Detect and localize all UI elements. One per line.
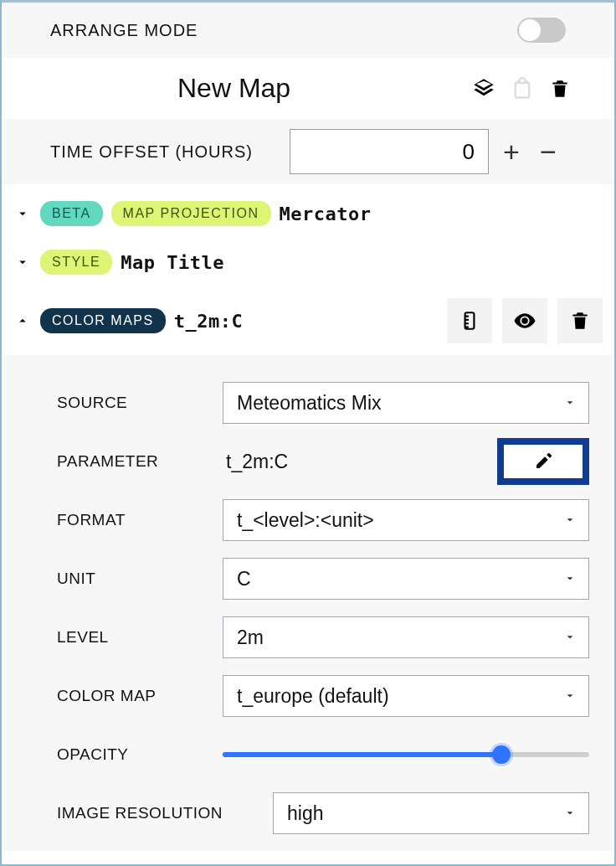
delete-layer-button[interactable] <box>557 298 603 343</box>
image-resolution-select[interactable]: high <box>273 792 589 834</box>
arrange-mode-row: ARRANGE MODE <box>2 3 614 58</box>
time-offset-row: TIME OFFSET (HOURS) + − <box>2 119 614 184</box>
format-label: FORMAT <box>57 511 216 529</box>
arrange-mode-label: ARRANGE MODE <box>50 21 198 40</box>
unit-value: C <box>237 568 251 590</box>
row-opacity: OPACITY <box>57 725 589 784</box>
unit-select[interactable]: C <box>223 558 589 600</box>
page-title: New Map <box>177 73 290 104</box>
source-select[interactable]: Meteomatics Mix <box>223 382 589 424</box>
map-projection-value: Mercator <box>280 204 372 224</box>
unit-label: UNIT <box>57 570 216 588</box>
row-parameter: PARAMETER t_2m:C <box>57 432 589 491</box>
color-maps-badge: COLOR MAPS <box>40 308 166 333</box>
source-value: Meteomatics Mix <box>237 392 382 415</box>
chevron-down-icon <box>563 626 577 649</box>
clipboard-icon[interactable] <box>511 77 534 101</box>
slider-fill <box>223 752 501 757</box>
chevron-down-icon <box>563 509 577 532</box>
row-image-resolution: IMAGE RESOLUTION high <box>57 784 589 843</box>
parameter-value: t_2m:C <box>223 451 490 473</box>
image-resolution-value: high <box>287 802 323 825</box>
level-select[interactable]: 2m <box>223 616 589 658</box>
color-map-label: COLOR MAP <box>57 687 216 705</box>
time-offset-label: TIME OFFSET (HOURS) <box>50 142 253 162</box>
time-offset-input[interactable] <box>290 129 489 174</box>
beta-badge: BETA <box>40 201 103 226</box>
map-title-row: New Map <box>2 58 614 119</box>
row-unit: UNIT C <box>57 549 589 608</box>
style-value: Map Title <box>121 252 224 273</box>
parameter-label: PARAMETER <box>57 452 216 471</box>
chevron-down-icon <box>563 392 577 415</box>
chevron-down-icon <box>13 204 32 223</box>
chevron-down-icon <box>563 568 577 590</box>
section-color-maps[interactable]: COLOR MAPS t_2m:C <box>2 286 614 355</box>
decrement-button[interactable]: − <box>534 137 562 166</box>
ruler-button[interactable] <box>447 298 492 343</box>
color-map-select[interactable]: t_europe (default) <box>223 675 589 717</box>
increment-button[interactable]: + <box>497 137 526 166</box>
source-label: SOURCE <box>57 394 216 412</box>
format-select[interactable]: t_<level>:<unit> <box>223 499 589 541</box>
section-style[interactable]: STYLE Map Title <box>2 238 614 286</box>
row-format: FORMAT t_<level>:<unit> <box>57 491 589 549</box>
row-color-map: COLOR MAP t_europe (default) <box>57 667 589 725</box>
chevron-up-icon <box>13 312 32 330</box>
color-maps-value: t_2m:C <box>174 311 243 332</box>
layers-icon[interactable] <box>472 77 495 101</box>
color-map-form: SOURCE Meteomatics Mix PARAMETER t_2m:C … <box>2 355 614 851</box>
style-badge: STYLE <box>40 250 112 275</box>
level-value: 2m <box>237 626 264 649</box>
visibility-button[interactable] <box>502 298 547 343</box>
chevron-down-icon <box>563 802 577 825</box>
arrange-mode-toggle[interactable] <box>517 18 566 43</box>
map-projection-badge: MAP PROJECTION <box>111 201 271 226</box>
opacity-label: OPACITY <box>57 745 216 764</box>
section-map-projection[interactable]: BETA MAP PROJECTION Mercator <box>2 184 614 238</box>
format-value: t_<level>:<unit> <box>237 509 374 532</box>
image-resolution-label: IMAGE RESOLUTION <box>57 804 266 822</box>
chevron-down-icon <box>563 685 577 708</box>
chevron-down-icon <box>13 253 32 271</box>
edit-parameter-button[interactable] <box>497 438 589 485</box>
trash-icon[interactable] <box>549 78 571 100</box>
row-level: LEVEL 2m <box>57 608 589 667</box>
opacity-slider[interactable] <box>223 745 589 765</box>
level-label: LEVEL <box>57 628 216 647</box>
color-map-value: t_europe (default) <box>237 685 389 708</box>
slider-thumb[interactable] <box>492 745 511 764</box>
row-source: SOURCE Meteomatics Mix <box>57 374 589 432</box>
